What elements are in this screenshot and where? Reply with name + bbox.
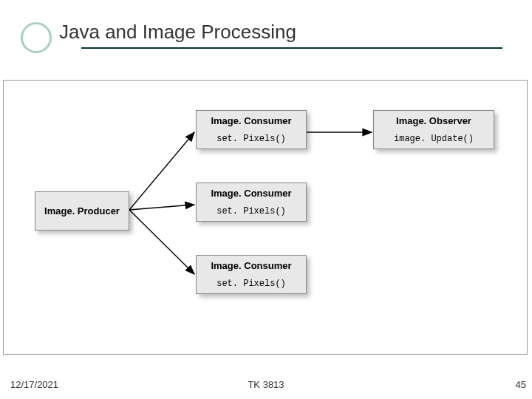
node-method: set. Pixels() [202,279,300,289]
arrow-producer-to-consumer1 [129,132,194,210]
node-title: Image. Consumer [202,115,300,126]
node-method: set. Pixels() [202,134,300,144]
node-title: Image. Consumer [202,188,300,199]
slide-title: Java and Image Processing [59,21,502,44]
node-image-producer: Image. Producer [35,191,129,231]
node-title: Image. Consumer [202,260,300,271]
node-image-consumer-3: Image. Consumer set. Pixels() [196,255,307,294]
arrow-producer-to-consumer3 [129,210,194,274]
slide-accent-circle [21,22,52,53]
node-title: Image. Producer [40,205,124,216]
node-image-consumer-1: Image. Consumer set. Pixels() [196,110,307,149]
diagram-canvas: Image. Producer Image. Consumer set. Pix… [3,80,528,355]
footer-page-number: 45 [516,379,526,390]
arrow-producer-to-consumer2 [129,205,194,210]
node-method: set. Pixels() [202,206,300,216]
node-image-observer: Image. Observer image. Update() [373,110,494,149]
title-underline [81,47,502,49]
node-image-consumer-2: Image. Consumer set. Pixels() [196,183,307,222]
footer-course-code: TK 3813 [0,379,532,390]
node-title: Image. Observer [380,115,488,126]
title-area: Java and Image Processing [59,21,502,57]
node-method: image. Update() [380,134,488,144]
